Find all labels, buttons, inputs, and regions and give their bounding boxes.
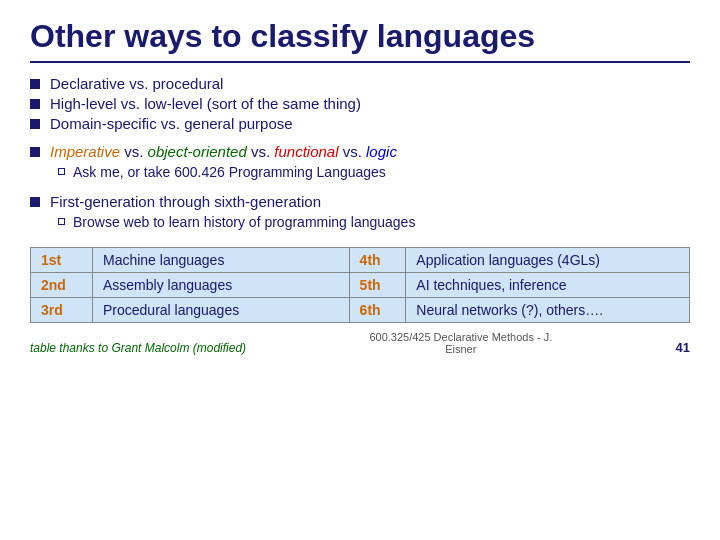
cell-neural: Neural networks (?), others…. [406, 298, 690, 323]
object-oriented-label: object-oriented [148, 143, 247, 160]
bullet-text-3: Domain-specific vs. general purpose [50, 115, 293, 132]
cell-procedural: Procedural languages [92, 298, 349, 323]
sub-bullet-icon-1 [58, 168, 65, 175]
cell-4th: 4th [349, 248, 406, 273]
firstgen-sub-bullet: Browse web to learn history of programmi… [58, 214, 690, 230]
generation-table: 1st Machine languages 4th Application la… [30, 247, 690, 323]
footer-center-line1: 600.325/425 Declarative Methods - J. [369, 331, 552, 343]
bullet-icon-imp [30, 147, 40, 157]
table-row-2: 2nd Assembly languages 5th AI techniques… [31, 273, 690, 298]
firstgen-label: First-generation through sixth-generatio… [50, 193, 321, 210]
cell-1st: 1st [31, 248, 93, 273]
cell-assembly: Assembly languages [92, 273, 349, 298]
functional-label: functional [274, 143, 338, 160]
table-row-1: 1st Machine languages 4th Application la… [31, 248, 690, 273]
bullet-item-1: Declarative vs. procedural [30, 75, 690, 92]
bullet-text-2: High-level vs. low-level (sort of the sa… [50, 95, 361, 112]
cell-6th: 6th [349, 298, 406, 323]
bullet-icon-2 [30, 99, 40, 109]
footer-page-number: 41 [676, 340, 690, 355]
table-row-3: 3rd Procedural languages 6th Neural netw… [31, 298, 690, 323]
footer: table thanks to Grant Malcolm (modified)… [30, 331, 690, 355]
footer-center: 600.325/425 Declarative Methods - J. Eis… [246, 331, 675, 355]
vs3: vs. [343, 143, 366, 160]
logic-label: logic [366, 143, 397, 160]
imperative-sub-bullet: Ask me, or take 600.426 Programming Lang… [58, 164, 690, 180]
imperative-label: Imperative [50, 143, 120, 160]
cell-application: Application languages (4GLs) [406, 248, 690, 273]
vs1: vs. [124, 143, 147, 160]
cell-machine: Machine languages [92, 248, 349, 273]
footer-center-line2: Eisner [445, 343, 476, 355]
firstgen-sub-text: Browse web to learn history of programmi… [73, 214, 415, 230]
top-bullets: Declarative vs. procedural High-level vs… [30, 75, 690, 135]
cell-ai: AI techniques, inference [406, 273, 690, 298]
footer-left-text: table thanks to Grant Malcolm (modified) [30, 341, 246, 355]
imperative-line: Imperative vs. object-oriented vs. funct… [50, 143, 397, 160]
bullet-item-3: Domain-specific vs. general purpose [30, 115, 690, 132]
imperative-sub-text: Ask me, or take 600.426 Programming Lang… [73, 164, 386, 180]
slide-title: Other ways to classify languages [30, 18, 690, 63]
bullet-icon-1 [30, 79, 40, 89]
cell-5th: 5th [349, 273, 406, 298]
vs2: vs. [251, 143, 274, 160]
cell-2nd: 2nd [31, 273, 93, 298]
firstgen-bullet: First-generation through sixth-generatio… [30, 193, 690, 210]
gen-table: 1st Machine languages 4th Application la… [30, 247, 690, 323]
bullet-icon-fg [30, 197, 40, 207]
cell-3rd: 3rd [31, 298, 93, 323]
bullet-icon-3 [30, 119, 40, 129]
bullet-text-1: Declarative vs. procedural [50, 75, 223, 92]
slide: Other ways to classify languages Declara… [0, 0, 720, 540]
imperative-bullet: Imperative vs. object-oriented vs. funct… [30, 143, 690, 160]
bullet-item-2: High-level vs. low-level (sort of the sa… [30, 95, 690, 112]
sub-bullet-icon-2 [58, 218, 65, 225]
